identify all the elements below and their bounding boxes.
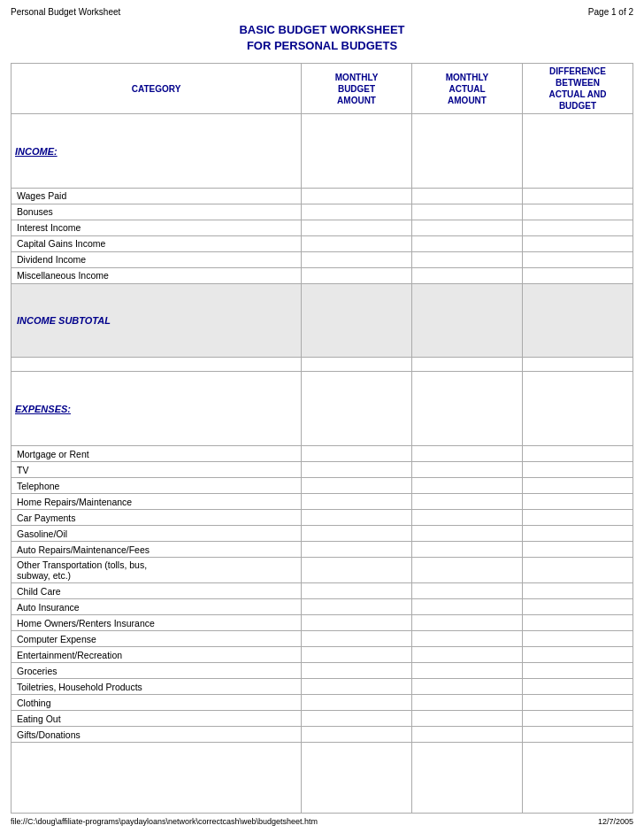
budget-cell[interactable] <box>302 558 412 583</box>
actual-cell[interactable] <box>412 462 523 478</box>
budget-cell[interactable] <box>302 711 412 727</box>
diff-cell[interactable] <box>523 510 633 526</box>
diff-cell[interactable] <box>523 542 633 558</box>
budget-cell[interactable] <box>302 478 412 494</box>
diff-cell[interactable] <box>523 251 633 267</box>
budget-cell[interactable] <box>302 220 412 235</box>
col-header-budget: MONTHLYBUDGETAMOUNT <box>302 64 412 114</box>
table-row: Wages Paid <box>12 188 633 204</box>
actual-cell[interactable] <box>412 188 523 204</box>
actual-cell[interactable] <box>412 558 523 583</box>
actual-cell[interactable] <box>412 647 523 663</box>
actual-cell[interactable] <box>412 204 523 220</box>
actual-cell[interactable] <box>412 663 523 679</box>
row-label: Capital Gains Income <box>12 235 302 251</box>
actual-cell[interactable] <box>412 494 523 510</box>
actual-cell[interactable] <box>412 599 523 615</box>
actual-cell[interactable] <box>412 615 523 631</box>
actual-cell[interactable] <box>412 631 523 647</box>
table-row: Gifts/Donations <box>12 727 633 743</box>
actual-cell[interactable] <box>412 679 523 695</box>
diff-cell[interactable] <box>523 615 633 631</box>
table-row: Clothing <box>12 695 633 711</box>
diff-cell[interactable] <box>523 599 633 615</box>
budget-cell[interactable] <box>302 631 412 647</box>
budget-cell[interactable] <box>302 695 412 711</box>
col-header-category: CATEGORY <box>12 64 302 114</box>
table-header: CATEGORY MONTHLYBUDGETAMOUNT MONTHLYACTU… <box>12 64 633 114</box>
budget-cell[interactable] <box>302 446 412 462</box>
table-row: Home Repairs/Maintenance <box>12 494 633 510</box>
diff-cell[interactable] <box>523 267 633 283</box>
diff-cell[interactable] <box>523 478 633 494</box>
budget-cell[interactable] <box>302 462 412 478</box>
diff-cell[interactable] <box>523 663 633 679</box>
budget-cell[interactable] <box>302 526 412 542</box>
budget-cell[interactable] <box>302 204 412 220</box>
page-wrapper: Personal Budget Worksheet Page 1 of 2 BA… <box>0 0 644 833</box>
budget-cell[interactable] <box>302 235 412 251</box>
actual-cell[interactable] <box>412 542 523 558</box>
budget-cell[interactable] <box>302 251 412 267</box>
diff-cell[interactable] <box>523 446 633 462</box>
diff-cell[interactable] <box>523 583 633 599</box>
actual-cell[interactable] <box>412 583 523 599</box>
subtotal-label: INCOME SUBTOTAL <box>12 283 302 358</box>
section-label: EXPENSES: <box>12 372 302 446</box>
diff-cell[interactable] <box>523 494 633 510</box>
table-row: Computer Expense <box>12 631 633 647</box>
table-row: Groceries <box>12 663 633 679</box>
row-label: TV <box>12 462 302 478</box>
row-label: Mortgage or Rent <box>12 446 302 462</box>
budget-cell[interactable] <box>302 510 412 526</box>
table-row-tall: Other Transportation (tolls, bus, subway… <box>12 558 633 583</box>
table-row: Bonuses <box>12 204 633 220</box>
budget-cell[interactable] <box>302 615 412 631</box>
diff-cell[interactable] <box>523 526 633 542</box>
budget-cell[interactable] <box>302 679 412 695</box>
actual-cell[interactable] <box>412 510 523 526</box>
diff-cell[interactable] <box>523 462 633 478</box>
actual-cell[interactable] <box>412 220 523 235</box>
budget-cell[interactable] <box>302 267 412 283</box>
row-label: Miscellaneous Income <box>12 267 302 283</box>
diff-cell[interactable] <box>523 235 633 251</box>
row-label: Telephone <box>12 478 302 494</box>
budget-cell[interactable] <box>302 188 412 204</box>
diff-cell[interactable] <box>523 220 633 235</box>
actual-cell[interactable] <box>412 695 523 711</box>
row-label: Clothing <box>12 695 302 711</box>
actual-cell[interactable] <box>412 267 523 283</box>
budget-cell[interactable] <box>302 583 412 599</box>
row-label: Auto Repairs/Maintenance/Fees <box>12 542 302 558</box>
actual-cell[interactable] <box>412 711 523 727</box>
diff-cell[interactable] <box>523 711 633 727</box>
row-label: Interest Income <box>12 220 302 235</box>
actual-cell[interactable] <box>412 478 523 494</box>
budget-cell[interactable] <box>302 727 412 743</box>
budget-cell[interactable] <box>302 494 412 510</box>
diff-cell[interactable] <box>523 558 633 583</box>
actual-cell[interactable] <box>412 727 523 743</box>
diff-cell[interactable] <box>523 695 633 711</box>
diff-cell[interactable] <box>523 631 633 647</box>
diff-cell[interactable] <box>523 727 633 743</box>
diff-cell[interactable] <box>523 188 633 204</box>
row-label: Gifts/Donations <box>12 727 302 743</box>
table-row: Car Payments <box>12 510 633 526</box>
budget-cell[interactable] <box>302 647 412 663</box>
budget-cell[interactable] <box>302 542 412 558</box>
actual-cell[interactable] <box>412 235 523 251</box>
top-bar: Personal Budget Worksheet Page 1 of 2 <box>11 7 633 17</box>
diff-cell[interactable] <box>523 679 633 695</box>
actual-cell[interactable] <box>412 446 523 462</box>
diff-cell[interactable] <box>523 204 633 220</box>
table-row: Home Owners/Renters Insurance <box>12 615 633 631</box>
actual-cell[interactable] <box>412 526 523 542</box>
row-label: Gasoline/Oil <box>12 526 302 542</box>
budget-cell[interactable] <box>302 663 412 679</box>
actual-cell[interactable] <box>412 251 523 267</box>
budget-cell[interactable] <box>302 599 412 615</box>
section-label: INCOME: <box>12 114 302 189</box>
diff-cell[interactable] <box>523 647 633 663</box>
